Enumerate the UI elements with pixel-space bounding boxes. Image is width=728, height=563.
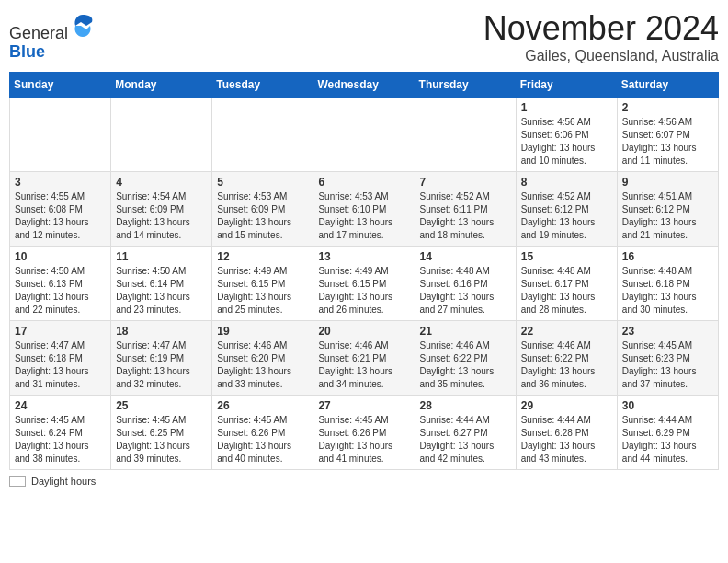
weekday-header-cell: Monday	[111, 73, 212, 98]
calendar-day-cell: 26Sunrise: 4:45 AM Sunset: 6:26 PM Dayli…	[212, 396, 313, 470]
calendar-day-cell: 29Sunrise: 4:44 AM Sunset: 6:28 PM Dayli…	[516, 396, 617, 470]
day-info: Sunrise: 4:51 AM Sunset: 6:12 PM Dayligh…	[622, 190, 713, 242]
calendar-day-cell: 25Sunrise: 4:45 AM Sunset: 6:25 PM Dayli…	[111, 396, 212, 470]
day-number: 5	[217, 176, 308, 189]
day-number: 20	[318, 325, 409, 338]
day-info: Sunrise: 4:45 AM Sunset: 6:23 PM Dayligh…	[622, 339, 713, 391]
weekday-header-cell: Tuesday	[212, 73, 313, 98]
calendar-day-cell: 16Sunrise: 4:48 AM Sunset: 6:18 PM Dayli…	[617, 247, 718, 321]
day-info: Sunrise: 4:47 AM Sunset: 6:18 PM Dayligh…	[15, 339, 106, 391]
day-number: 28	[420, 399, 511, 412]
day-info: Sunrise: 4:45 AM Sunset: 6:24 PM Dayligh…	[15, 414, 106, 465]
day-number: 30	[622, 399, 713, 412]
day-info: Sunrise: 4:49 AM Sunset: 6:15 PM Dayligh…	[217, 265, 308, 316]
day-number: 25	[116, 399, 207, 412]
day-number: 3	[15, 176, 106, 189]
calendar-day-cell	[313, 98, 415, 172]
day-number: 7	[420, 176, 511, 189]
day-info: Sunrise: 4:45 AM Sunset: 6:25 PM Dayligh…	[116, 414, 207, 465]
calendar-day-cell: 24Sunrise: 4:45 AM Sunset: 6:24 PM Dayli…	[10, 396, 111, 470]
calendar-day-cell	[111, 98, 212, 172]
day-info: Sunrise: 4:55 AM Sunset: 6:08 PM Dayligh…	[15, 190, 106, 242]
day-info: Sunrise: 4:48 AM Sunset: 6:18 PM Dayligh…	[622, 265, 713, 316]
day-info: Sunrise: 4:53 AM Sunset: 6:10 PM Dayligh…	[318, 190, 409, 242]
day-number: 16	[622, 250, 713, 263]
day-info: Sunrise: 4:46 AM Sunset: 6:21 PM Dayligh…	[318, 339, 409, 391]
weekday-header-cell: Wednesday	[313, 73, 415, 98]
day-info: Sunrise: 4:52 AM Sunset: 6:11 PM Dayligh…	[420, 190, 511, 242]
day-number: 4	[116, 176, 207, 189]
month-title: November 2024	[483, 9, 719, 48]
weekday-header-cell: Thursday	[415, 73, 516, 98]
calendar-week-row: 17Sunrise: 4:47 AM Sunset: 6:18 PM Dayli…	[10, 321, 719, 396]
day-number: 8	[521, 176, 612, 189]
logo-general-text: General	[9, 24, 68, 42]
calendar-day-cell: 28Sunrise: 4:44 AM Sunset: 6:27 PM Dayli…	[415, 396, 516, 470]
calendar-day-cell: 20Sunrise: 4:46 AM Sunset: 6:21 PM Dayli…	[313, 321, 415, 396]
day-info: Sunrise: 4:50 AM Sunset: 6:14 PM Dayligh…	[116, 265, 207, 316]
logo: General Blue	[9, 13, 96, 62]
calendar: SundayMondayTuesdayWednesdayThursdayFrid…	[9, 72, 719, 470]
logo-icon	[70, 13, 96, 39]
day-number: 27	[318, 399, 409, 412]
calendar-week-row: 1Sunrise: 4:56 AM Sunset: 6:06 PM Daylig…	[10, 98, 719, 172]
day-number: 2	[622, 101, 713, 114]
day-number: 13	[318, 250, 409, 263]
calendar-day-cell: 3Sunrise: 4:55 AM Sunset: 6:08 PM Daylig…	[10, 172, 111, 247]
calendar-day-cell: 8Sunrise: 4:52 AM Sunset: 6:12 PM Daylig…	[516, 172, 617, 247]
weekday-header-cell: Friday	[516, 73, 617, 98]
calendar-day-cell: 18Sunrise: 4:47 AM Sunset: 6:19 PM Dayli…	[111, 321, 212, 396]
calendar-day-cell: 14Sunrise: 4:48 AM Sunset: 6:16 PM Dayli…	[415, 247, 516, 321]
day-number: 24	[15, 399, 106, 412]
calendar-day-cell: 10Sunrise: 4:50 AM Sunset: 6:13 PM Dayli…	[10, 247, 111, 321]
calendar-day-cell: 21Sunrise: 4:46 AM Sunset: 6:22 PM Dayli…	[415, 321, 516, 396]
day-info: Sunrise: 4:50 AM Sunset: 6:13 PM Dayligh…	[15, 265, 106, 316]
day-info: Sunrise: 4:48 AM Sunset: 6:16 PM Dayligh…	[420, 265, 511, 316]
day-info: Sunrise: 4:45 AM Sunset: 6:26 PM Dayligh…	[217, 414, 308, 465]
day-info: Sunrise: 4:56 AM Sunset: 6:06 PM Dayligh…	[521, 116, 612, 167]
day-number: 18	[116, 325, 207, 338]
day-info: Sunrise: 4:44 AM Sunset: 6:29 PM Dayligh…	[622, 414, 713, 465]
calendar-week-row: 24Sunrise: 4:45 AM Sunset: 6:24 PM Dayli…	[10, 396, 719, 470]
calendar-day-cell	[212, 98, 313, 172]
day-number: 17	[15, 325, 106, 338]
subtitle: Gailes, Queensland, Australia	[483, 48, 719, 64]
calendar-day-cell: 22Sunrise: 4:46 AM Sunset: 6:22 PM Dayli…	[516, 321, 617, 396]
calendar-day-cell	[10, 98, 111, 172]
header: General Blue November 2024 Gailes, Queen…	[9, 9, 719, 64]
calendar-day-cell: 6Sunrise: 4:53 AM Sunset: 6:10 PM Daylig…	[313, 172, 415, 247]
calendar-week-row: 3Sunrise: 4:55 AM Sunset: 6:08 PM Daylig…	[10, 172, 719, 247]
day-number: 21	[420, 325, 511, 338]
day-info: Sunrise: 4:46 AM Sunset: 6:20 PM Dayligh…	[217, 339, 308, 391]
day-number: 12	[217, 250, 308, 263]
day-number: 11	[116, 250, 207, 263]
calendar-day-cell: 2Sunrise: 4:56 AM Sunset: 6:07 PM Daylig…	[617, 98, 718, 172]
day-info: Sunrise: 4:47 AM Sunset: 6:19 PM Dayligh…	[116, 339, 207, 391]
day-info: Sunrise: 4:46 AM Sunset: 6:22 PM Dayligh…	[521, 339, 612, 391]
day-number: 29	[521, 399, 612, 412]
calendar-day-cell: 12Sunrise: 4:49 AM Sunset: 6:15 PM Dayli…	[212, 247, 313, 321]
calendar-day-cell: 1Sunrise: 4:56 AM Sunset: 6:06 PM Daylig…	[516, 98, 617, 172]
calendar-body: 1Sunrise: 4:56 AM Sunset: 6:06 PM Daylig…	[10, 98, 719, 470]
logo-blue-text: Blue	[9, 42, 45, 61]
day-number: 15	[521, 250, 612, 263]
day-info: Sunrise: 4:56 AM Sunset: 6:07 PM Dayligh…	[622, 116, 713, 167]
legend-label: Daylight hours	[31, 476, 96, 487]
weekday-header-row: SundayMondayTuesdayWednesdayThursdayFrid…	[10, 73, 719, 98]
day-info: Sunrise: 4:48 AM Sunset: 6:17 PM Dayligh…	[521, 265, 612, 316]
calendar-day-cell: 13Sunrise: 4:49 AM Sunset: 6:15 PM Dayli…	[313, 247, 415, 321]
legend-area: Daylight hours	[9, 476, 719, 487]
title-area: November 2024 Gailes, Queensland, Austra…	[483, 9, 719, 64]
calendar-day-cell: 27Sunrise: 4:45 AM Sunset: 6:26 PM Dayli…	[313, 396, 415, 470]
day-number: 26	[217, 399, 308, 412]
day-number: 9	[622, 176, 713, 189]
day-number: 6	[318, 176, 409, 189]
day-number: 10	[15, 250, 106, 263]
calendar-day-cell: 30Sunrise: 4:44 AM Sunset: 6:29 PM Dayli…	[617, 396, 718, 470]
calendar-week-row: 10Sunrise: 4:50 AM Sunset: 6:13 PM Dayli…	[10, 247, 719, 321]
calendar-day-cell: 7Sunrise: 4:52 AM Sunset: 6:11 PM Daylig…	[415, 172, 516, 247]
day-info: Sunrise: 4:46 AM Sunset: 6:22 PM Dayligh…	[420, 339, 511, 391]
calendar-day-cell: 5Sunrise: 4:53 AM Sunset: 6:09 PM Daylig…	[212, 172, 313, 247]
day-number: 19	[217, 325, 308, 338]
legend-box	[9, 476, 26, 487]
